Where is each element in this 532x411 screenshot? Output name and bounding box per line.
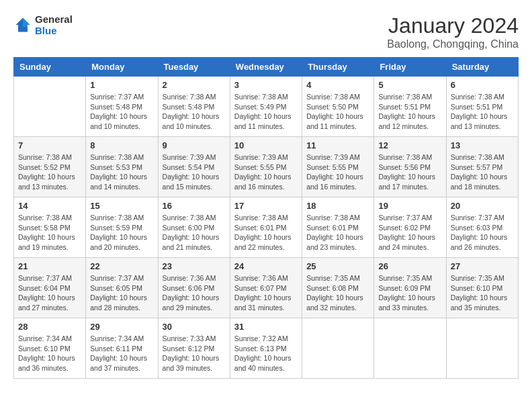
day-info: Sunrise: 7:38 AM Sunset: 5:51 PM Dayligh…	[378, 92, 441, 132]
calendar-cell: 3Sunrise: 7:38 AM Sunset: 5:49 PM Daylig…	[230, 77, 302, 137]
day-number: 1	[90, 80, 153, 90]
calendar-cell: 7Sunrise: 7:38 AM Sunset: 5:52 PM Daylig…	[14, 137, 86, 197]
calendar-cell: 14Sunrise: 7:38 AM Sunset: 5:58 PM Dayli…	[14, 197, 86, 258]
day-number: 27	[451, 261, 514, 271]
calendar-cell: 11Sunrise: 7:39 AM Sunset: 5:55 PM Dayli…	[302, 137, 374, 197]
weekday-header-cell: Tuesday	[158, 58, 230, 77]
day-info: Sunrise: 7:39 AM Sunset: 5:54 PM Dayligh…	[163, 152, 226, 192]
weekday-header-cell: Thursday	[302, 58, 374, 77]
day-info: Sunrise: 7:38 AM Sunset: 5:57 PM Dayligh…	[451, 152, 514, 192]
logo: General Blue	[13, 13, 73, 36]
day-number: 10	[234, 140, 298, 150]
day-number: 19	[378, 201, 441, 211]
weekday-header-row: SundayMondayTuesdayWednesdayThursdayFrid…	[14, 58, 519, 77]
day-number: 29	[90, 322, 153, 332]
day-info: Sunrise: 7:35 AM Sunset: 6:08 PM Dayligh…	[306, 273, 369, 313]
calendar-cell	[446, 318, 518, 379]
day-number: 18	[306, 201, 369, 211]
calendar-table: SundayMondayTuesdayWednesdayThursdayFrid…	[13, 57, 519, 379]
calendar-cell: 23Sunrise: 7:36 AM Sunset: 6:06 PM Dayli…	[158, 258, 230, 318]
calendar-week-row: 14Sunrise: 7:38 AM Sunset: 5:58 PM Dayli…	[14, 197, 519, 258]
calendar-cell: 27Sunrise: 7:35 AM Sunset: 6:10 PM Dayli…	[446, 258, 518, 318]
day-number: 23	[163, 261, 226, 271]
day-number: 28	[18, 322, 81, 332]
day-number: 15	[90, 201, 153, 211]
day-info: Sunrise: 7:34 AM Sunset: 6:11 PM Dayligh…	[90, 334, 153, 373]
day-info: Sunrise: 7:35 AM Sunset: 6:10 PM Dayligh…	[451, 273, 514, 313]
day-info: Sunrise: 7:38 AM Sunset: 5:49 PM Dayligh…	[234, 92, 298, 132]
calendar-cell	[302, 318, 374, 379]
calendar-cell: 5Sunrise: 7:38 AM Sunset: 5:51 PM Daylig…	[374, 77, 446, 137]
day-info: Sunrise: 7:39 AM Sunset: 5:55 PM Dayligh…	[234, 152, 298, 192]
day-number: 12	[378, 140, 441, 150]
day-info: Sunrise: 7:37 AM Sunset: 5:48 PM Dayligh…	[90, 92, 153, 132]
calendar-cell: 2Sunrise: 7:38 AM Sunset: 5:48 PM Daylig…	[158, 77, 230, 137]
day-number: 24	[234, 261, 298, 271]
day-info: Sunrise: 7:37 AM Sunset: 6:02 PM Dayligh…	[378, 213, 441, 253]
day-info: Sunrise: 7:38 AM Sunset: 5:51 PM Dayligh…	[451, 92, 514, 132]
day-number: 11	[306, 140, 369, 150]
calendar-cell: 24Sunrise: 7:36 AM Sunset: 6:07 PM Dayli…	[230, 258, 302, 318]
calendar-cell: 20Sunrise: 7:37 AM Sunset: 6:03 PM Dayli…	[446, 197, 518, 258]
weekday-header-cell: Sunday	[14, 58, 86, 77]
day-number: 9	[163, 140, 226, 150]
day-info: Sunrise: 7:37 AM Sunset: 6:04 PM Dayligh…	[18, 273, 81, 313]
day-number: 7	[18, 140, 81, 150]
calendar-cell: 16Sunrise: 7:38 AM Sunset: 6:00 PM Dayli…	[158, 197, 230, 258]
page-header: General Blue January 2024 Baolong, Chong…	[13, 13, 519, 50]
day-number: 25	[306, 261, 369, 271]
day-number: 6	[451, 80, 514, 90]
day-info: Sunrise: 7:38 AM Sunset: 5:50 PM Dayligh…	[306, 92, 369, 132]
day-info: Sunrise: 7:38 AM Sunset: 6:01 PM Dayligh…	[306, 213, 369, 253]
day-number: 4	[306, 80, 369, 90]
day-number: 13	[451, 140, 514, 150]
day-number: 22	[90, 261, 153, 271]
day-info: Sunrise: 7:38 AM Sunset: 5:53 PM Dayligh…	[90, 152, 153, 192]
day-info: Sunrise: 7:35 AM Sunset: 6:09 PM Dayligh…	[378, 273, 441, 313]
calendar-cell: 22Sunrise: 7:37 AM Sunset: 6:05 PM Dayli…	[86, 258, 158, 318]
svg-marker-1	[23, 18, 30, 28]
day-info: Sunrise: 7:33 AM Sunset: 6:12 PM Dayligh…	[163, 334, 226, 373]
day-number: 31	[234, 322, 298, 332]
calendar-cell: 8Sunrise: 7:38 AM Sunset: 5:53 PM Daylig…	[86, 137, 158, 197]
title-area: January 2024 Baolong, Chongqing, China	[387, 13, 519, 50]
day-info: Sunrise: 7:38 AM Sunset: 5:52 PM Dayligh…	[18, 152, 81, 192]
calendar-cell: 30Sunrise: 7:33 AM Sunset: 6:12 PM Dayli…	[158, 318, 230, 379]
day-info: Sunrise: 7:36 AM Sunset: 6:06 PM Dayligh…	[163, 273, 226, 313]
day-info: Sunrise: 7:34 AM Sunset: 6:10 PM Dayligh…	[18, 334, 81, 373]
weekday-header-cell: Saturday	[446, 58, 518, 77]
day-info: Sunrise: 7:38 AM Sunset: 5:59 PM Dayligh…	[90, 213, 153, 253]
day-number: 5	[378, 80, 441, 90]
weekday-header-cell: Friday	[374, 58, 446, 77]
calendar-cell: 28Sunrise: 7:34 AM Sunset: 6:10 PM Dayli…	[14, 318, 86, 379]
calendar-cell: 13Sunrise: 7:38 AM Sunset: 5:57 PM Dayli…	[446, 137, 518, 197]
calendar-week-row: 1Sunrise: 7:37 AM Sunset: 5:48 PM Daylig…	[14, 77, 519, 137]
calendar-week-row: 7Sunrise: 7:38 AM Sunset: 5:52 PM Daylig…	[14, 137, 519, 197]
day-info: Sunrise: 7:37 AM Sunset: 6:05 PM Dayligh…	[90, 273, 153, 313]
day-info: Sunrise: 7:32 AM Sunset: 6:13 PM Dayligh…	[234, 334, 298, 373]
calendar-cell: 15Sunrise: 7:38 AM Sunset: 5:59 PM Dayli…	[86, 197, 158, 258]
day-info: Sunrise: 7:38 AM Sunset: 5:48 PM Dayligh…	[163, 92, 226, 132]
calendar-cell: 18Sunrise: 7:38 AM Sunset: 6:01 PM Dayli…	[302, 197, 374, 258]
calendar-body: 1Sunrise: 7:37 AM Sunset: 5:48 PM Daylig…	[14, 77, 519, 379]
day-number: 17	[234, 201, 298, 211]
calendar-cell: 19Sunrise: 7:37 AM Sunset: 6:02 PM Dayli…	[374, 197, 446, 258]
logo-text: General Blue	[35, 13, 73, 36]
day-number: 30	[163, 322, 226, 332]
calendar-cell: 21Sunrise: 7:37 AM Sunset: 6:04 PM Dayli…	[14, 258, 86, 318]
calendar-cell: 31Sunrise: 7:32 AM Sunset: 6:13 PM Dayli…	[230, 318, 302, 379]
calendar-cell	[14, 77, 86, 137]
calendar-cell: 9Sunrise: 7:39 AM Sunset: 5:54 PM Daylig…	[158, 137, 230, 197]
day-number: 8	[90, 140, 153, 150]
calendar-cell: 4Sunrise: 7:38 AM Sunset: 5:50 PM Daylig…	[302, 77, 374, 137]
calendar-week-row: 28Sunrise: 7:34 AM Sunset: 6:10 PM Dayli…	[14, 318, 519, 379]
day-number: 14	[18, 201, 81, 211]
day-info: Sunrise: 7:38 AM Sunset: 5:58 PM Dayligh…	[18, 213, 81, 253]
day-number: 20	[451, 201, 514, 211]
day-number: 16	[163, 201, 226, 211]
calendar-cell: 29Sunrise: 7:34 AM Sunset: 6:11 PM Dayli…	[86, 318, 158, 379]
day-info: Sunrise: 7:36 AM Sunset: 6:07 PM Dayligh…	[234, 273, 298, 313]
calendar-cell	[374, 318, 446, 379]
weekday-header-cell: Wednesday	[230, 58, 302, 77]
calendar-cell: 17Sunrise: 7:38 AM Sunset: 6:01 PM Dayli…	[230, 197, 302, 258]
